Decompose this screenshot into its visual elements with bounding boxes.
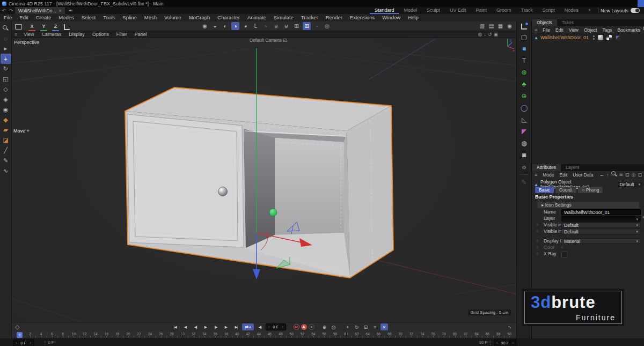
objects-menu-tags[interactable]: Tags xyxy=(599,26,614,34)
keyframe-selection-icon[interactable]: ⊕ xyxy=(321,323,328,330)
layout-tab-model[interactable]: Model xyxy=(399,7,422,14)
menubar-item-tracker[interactable]: Tracker xyxy=(297,14,322,21)
plane-primitive-icon[interactable]: ▢ xyxy=(518,31,531,43)
layouts-toggle[interactable] xyxy=(631,8,640,13)
shelf-door[interactable] xyxy=(127,114,244,247)
animatable-dot-icon[interactable]: ○ xyxy=(536,252,538,255)
visible-in-renderer-dropdown[interactable]: Default▾ xyxy=(561,229,641,234)
layout-tab-track[interactable]: Track xyxy=(516,7,538,14)
axis-lock-z-button[interactable]: Z xyxy=(52,23,59,31)
layout-tab-nodes[interactable]: Nodes xyxy=(560,7,583,14)
paint-tool-icon[interactable]: ◆ xyxy=(1,115,11,125)
display-color-dropdown[interactable]: Material▾ xyxy=(561,238,641,244)
section-tab-phong[interactable]: ○ Phong xyxy=(578,187,603,193)
brush-tool-icon[interactable]: ◉ xyxy=(1,105,11,115)
viewport-minimize-view-icon[interactable]: ↓ xyxy=(484,32,486,37)
layout-tab-script[interactable]: Script xyxy=(538,7,560,14)
mode-circle-2-icon[interactable]: ◒ xyxy=(211,22,219,30)
objects-menu-object[interactable]: Object xyxy=(581,26,600,34)
viewport-sphere-view-icon[interactable]: ◍ xyxy=(478,32,482,37)
gizmo-z-arrow[interactable] xyxy=(287,222,299,231)
key-rotation-icon[interactable]: ↻ xyxy=(353,323,361,330)
modeling-settings-icon[interactable] xyxy=(15,24,22,30)
gizmo-plane-handle[interactable] xyxy=(269,209,277,216)
animatable-dot-icon[interactable]: ○ xyxy=(536,245,538,249)
menubar-item-edit[interactable]: Edit xyxy=(16,14,32,21)
object-name[interactable]: WallShelfWithDoor_01 xyxy=(540,35,589,40)
animatable-dot-icon[interactable]: ○ xyxy=(536,229,538,233)
object-tree-row[interactable]: ▲ WallShelfWithDoor_01 xyxy=(534,35,620,40)
menubar-item-window[interactable]: Window xyxy=(378,14,404,21)
edit-disabled-icon[interactable]: ✎ xyxy=(518,176,531,188)
tab-takes[interactable]: Takes xyxy=(557,19,579,26)
pen-tool-icon[interactable]: ✎ xyxy=(1,156,11,166)
layout-tab-sculpt[interactable]: Sculpt xyxy=(422,7,445,14)
spline-primitive-icon[interactable]: ◯ xyxy=(518,102,531,114)
attributes-menu-user-data[interactable]: User Data xyxy=(570,171,596,179)
attributes-menu-edit[interactable]: Edit xyxy=(557,171,570,179)
viewport-hamburger-icon[interactable]: ≡ xyxy=(12,32,20,37)
record-off-button[interactable] xyxy=(309,324,314,330)
add-tab-button[interactable]: + xyxy=(65,8,76,13)
camera-label[interactable]: Default Camera ⊡ xyxy=(250,38,287,43)
redo-icon[interactable]: ↷ xyxy=(8,8,15,13)
text-spline-icon[interactable]: T xyxy=(518,55,531,67)
workplane-icon[interactable]: L xyxy=(252,22,260,30)
volume-icon[interactable]: ◤ xyxy=(518,126,531,137)
section-tab-coord[interactable]: Coord. xyxy=(555,187,577,193)
tab-layers[interactable]: Layers xyxy=(561,164,584,171)
menubar-item-spline[interactable]: Spline xyxy=(119,14,140,21)
live-selection-icon[interactable]: ◌ xyxy=(1,33,11,43)
environment-icon[interactable]: ◍ xyxy=(518,137,531,149)
camera-swap-icon[interactable]: ⊡ xyxy=(283,38,287,43)
grid-icon[interactable]: ⊞ xyxy=(292,22,301,30)
filter-icon[interactable]: ≋ xyxy=(619,172,624,178)
keyframe-diamond-icon[interactable]: ◇ xyxy=(15,323,19,330)
viewport-resize-icon[interactable]: ↔ xyxy=(507,322,515,330)
play-forwards-button[interactable]: ▶ xyxy=(222,323,230,330)
objects-menu-file[interactable]: File xyxy=(540,26,553,34)
quantize-icon[interactable]: ⊞ xyxy=(303,22,311,30)
shelf-top-face[interactable] xyxy=(125,87,391,131)
timeline-playhead[interactable]: 0 xyxy=(17,332,23,338)
frame-field[interactable]: ‹0 F› xyxy=(266,323,286,330)
coordinate-system-icon[interactable] xyxy=(64,24,70,30)
menubar-item-help[interactable]: Help xyxy=(404,14,422,21)
target-icon[interactable]: ◎ xyxy=(632,172,636,178)
play-button[interactable]: ▶ xyxy=(201,323,210,330)
mode-circle-3-icon[interactable]: ◐ xyxy=(221,22,229,30)
camera-icon[interactable]: ◙ xyxy=(518,149,531,161)
disclosure-arrow[interactable]: › xyxy=(561,245,563,250)
light-icon[interactable]: ☼ xyxy=(518,161,531,173)
dim-circle-icon[interactable]: ◦ xyxy=(313,22,321,30)
coordinate-l-icon[interactable] xyxy=(518,21,531,31)
selection-filter-icon[interactable]: ▸ xyxy=(1,43,11,54)
layout-tab-paint[interactable]: Paint xyxy=(471,7,492,14)
document-tab[interactable]: WallShelfWithDo... × xyxy=(15,7,65,14)
deformer-icon[interactable]: ⊕ xyxy=(518,90,531,102)
goto-start-button[interactable]: |◀ xyxy=(171,323,179,330)
frame-increment-icon[interactable]: › xyxy=(282,325,283,329)
menubar-item-mograph[interactable]: MoGraph xyxy=(185,14,214,21)
attributes-hamburger-icon[interactable]: ≡ xyxy=(532,172,540,178)
up-arrow-icon[interactable]: ↑ xyxy=(606,172,609,178)
tab-objects[interactable]: Objects xyxy=(532,19,557,26)
layout-tab-groom[interactable]: Groom xyxy=(492,7,516,14)
snap-settings-icon[interactable]: ⊎ xyxy=(282,22,290,30)
animatable-dot-icon[interactable]: ○ xyxy=(536,223,538,226)
previous-frame-button[interactable]: ◀| xyxy=(191,323,200,330)
goto-end-button[interactable]: ▶| xyxy=(232,323,240,330)
name-field[interactable]: WallShelfWithDoor_01 xyxy=(561,209,641,215)
cube-primitive-icon[interactable]: ■ xyxy=(518,43,531,55)
undo-icon[interactable]: ↶ xyxy=(0,8,8,13)
play-backwards-button[interactable]: ◀ xyxy=(181,323,189,330)
viewport-menu-filter[interactable]: Filter xyxy=(113,32,131,37)
workplane-lock-icon[interactable]: ▫ xyxy=(262,22,270,30)
mode-circle-5-icon[interactable]: ◕ xyxy=(241,22,250,30)
snap-enable-icon[interactable]: ⊎ xyxy=(272,22,280,30)
knife-tool-icon[interactable]: ╱ xyxy=(1,145,11,156)
autokey-button[interactable]: A xyxy=(301,324,307,330)
menubar-item-animate[interactable]: Animate xyxy=(244,14,270,21)
section-tab-basic[interactable]: Basic xyxy=(535,187,554,193)
move-tool-icon[interactable]: + xyxy=(1,54,11,64)
